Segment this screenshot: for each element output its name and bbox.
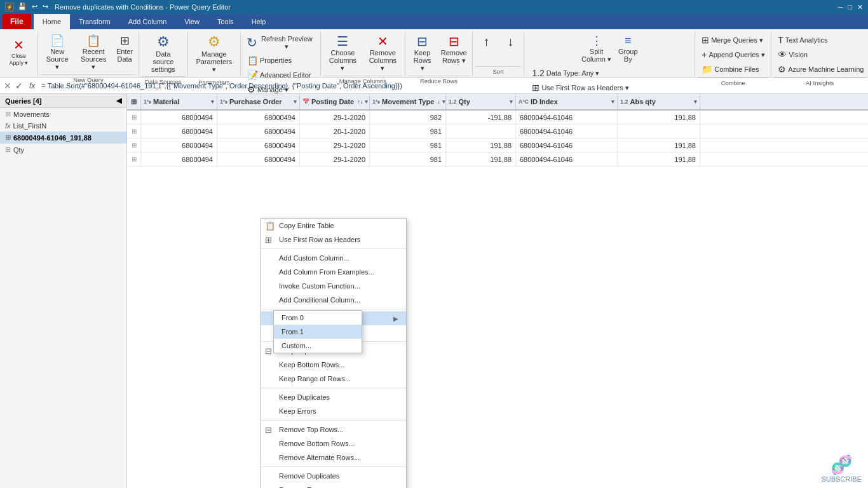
filter-btn-movement-type[interactable]: ▾ — [442, 98, 445, 105]
data-type-btn[interactable]: 1.2 Data Type: Any ▾ — [528, 66, 692, 80]
col-header-qty[interactable]: 1.2 Qty ▾ — [446, 94, 516, 109]
tab-transform[interactable]: Transform — [70, 14, 119, 29]
advanced-editor-btn[interactable]: 📝 Advanced Editor — [243, 68, 315, 82]
title-bar-icons: ⚡ 💾 ↩ ↪ — [5, 3, 50, 11]
menu-item-add-conditional-column[interactable]: Add Conditional Column... — [261, 293, 406, 307]
new-source-btn[interactable]: 📄 NewSource ▾ — [41, 33, 74, 73]
menu-item-invoke-custom-function[interactable]: Invoke Custom Function... — [261, 279, 406, 293]
menu-item-remove-bottom-rows[interactable]: Remove Bottom Rows... — [261, 437, 406, 451]
keep-rows-btn[interactable]: ⊟ KeepRows ▾ — [408, 33, 437, 74]
sort-desc-btn[interactable]: ↓ — [499, 33, 522, 51]
filter-btn-qty[interactable]: ▾ — [510, 98, 513, 105]
qty-icon: ⊞ — [5, 146, 11, 154]
text-analytics-btn[interactable]: T Text Analytics — [774, 33, 831, 47]
menu-item-use-first-row[interactable]: ⊞ Use First Row as Headers — [261, 233, 406, 247]
maximize-btn[interactable]: □ — [848, 3, 852, 11]
formula-input[interactable] — [41, 82, 864, 90]
menu-item-keep-errors[interactable]: Keep Errors — [261, 404, 406, 418]
menu-item-remove-alternate-rows[interactable]: Remove Alternate Rows... — [261, 451, 406, 464]
filter-btn-purchase-order[interactable]: ▾ — [294, 98, 297, 105]
menu-item-add-column-examples[interactable]: Add Column From Examples... — [261, 265, 406, 279]
cell-purchase-order-2: 68000494 — [217, 139, 300, 152]
title-bar: ⚡ 💾 ↩ ↪ Remove duplicates with Condition… — [0, 0, 868, 14]
ribbon-group-transform: ⋮ SplitColumn ▾ ≡ GroupBy 1.2 Data Type:… — [524, 32, 695, 76]
remove-columns-btn[interactable]: ✕ RemoveColumns ▾ — [363, 33, 402, 74]
col-header-purchase-order[interactable]: 1²₃ Purchase Order ▾ — [217, 94, 300, 109]
advanced-editor-label: Advanced Editor — [260, 71, 311, 79]
filter-btn-posting-date[interactable]: ▾ — [365, 98, 368, 105]
save-icon[interactable]: 💾 — [18, 3, 27, 11]
table-row[interactable]: ⊞ 68000494 68000494 20-1-2020 981 680004… — [127, 125, 868, 139]
cell-abs-qty-0: 191,88 — [618, 111, 700, 124]
table-row[interactable]: ⊞ 68000494 68000494 29-1-2020 981 191,88… — [127, 152, 868, 166]
tab-file[interactable]: File — [3, 14, 31, 29]
undo-icon[interactable]: ↩ — [32, 3, 37, 11]
col-header-movement-type[interactable]: 1²₃ Movement Type ↓ ▾ — [370, 94, 446, 109]
filter-btn-abs-qty[interactable]: ▾ — [694, 98, 697, 105]
type-icon-abs-qty: 1.2 — [620, 98, 628, 105]
submenu-item-from-1[interactable]: From 1 — [274, 325, 362, 339]
cell-movement-type-3: 981 — [370, 152, 446, 166]
remove-rows-btn[interactable]: ⊟ RemoveRows ▾ — [438, 33, 470, 67]
tab-add-column[interactable]: Add Column — [119, 14, 176, 29]
col-header-posting-date[interactable]: 📅 Posting Date ↑↓ ▾ — [300, 94, 370, 109]
minimize-btn[interactable]: ─ — [838, 3, 843, 11]
sidebar-item-main-query[interactable]: ⊞ 68000494-61046_191,88 — [0, 132, 126, 144]
col-header-material-name[interactable]: 1²₃ Material ▾ — [141, 94, 217, 109]
sort-asc-btn[interactable]: ↑ — [475, 33, 498, 51]
recent-sources-btn[interactable]: 📋 RecentSources ▾ — [75, 33, 112, 73]
sidebar-item-qty[interactable]: ⊞ Qty — [0, 144, 126, 156]
remove-top-rows-icon: ⊟ — [265, 425, 272, 435]
formula-cancel-btn[interactable]: ✕ — [4, 81, 11, 91]
type-icon-qty: 1.2 — [449, 98, 457, 105]
filter-btn-id-index[interactable]: ▾ — [611, 98, 614, 105]
merge-queries-btn[interactable]: ⊞ Merge Queries ▾ — [698, 33, 767, 47]
vision-btn[interactable]: 👁 Vision — [774, 48, 811, 62]
menu-item-copy-table[interactable]: 📋 Copy Entire Table — [261, 219, 406, 233]
properties-icon: 📋 — [247, 55, 258, 65]
menu-item-remove-duplicates[interactable]: Remove Duplicates — [261, 469, 406, 483]
properties-btn[interactable]: 📋 Properties — [243, 53, 295, 67]
data-source-settings-btn[interactable]: ⚙ Data sourcesettings — [142, 33, 185, 75]
tab-home[interactable]: Home — [34, 14, 70, 29]
sidebar-item-movements[interactable]: ⊞ Movements — [0, 108, 126, 120]
menu-item-add-custom-column[interactable]: Add Custom Column... — [261, 251, 406, 265]
menu-item-remove-top-rows[interactable]: ⊟ Remove Top Rows... — [261, 423, 406, 437]
from-0-label: From 0 — [281, 314, 304, 322]
cell-abs-qty-2: 191,88 — [618, 139, 700, 152]
remove-rows-icon: ⊟ — [449, 35, 459, 48]
menu-item-remove-errors[interactable]: Remove Errors — [261, 483, 406, 488]
enter-data-btn[interactable]: ⊞ EnterData — [113, 33, 136, 65]
sidebar-collapse-btn[interactable]: ◀ — [116, 97, 121, 105]
main-query-label: 68000494-61046_191,88 — [13, 134, 92, 142]
redo-icon[interactable]: ↪ — [43, 3, 48, 11]
table-row[interactable]: ⊞ 68000494 68000494 29-1-2020 982 -191,8… — [127, 111, 868, 125]
refresh-preview-btn[interactable]: ↻ Refresh Preview ▾ — [243, 33, 318, 53]
col-header-material[interactable]: ⊞ — [127, 94, 141, 109]
menu-item-keep-duplicates[interactable]: Keep Duplicates — [261, 390, 406, 404]
group-by-btn[interactable]: ≡ GroupBy — [615, 33, 641, 65]
choose-columns-btn[interactable]: ☰ ChooseColumns ▾ — [323, 33, 362, 74]
close-apply-btn[interactable]: ✕ CloseApply ▾ — [5, 37, 33, 69]
split-column-btn[interactable]: ⋮ SplitColumn ▾ — [578, 33, 614, 65]
menu-item-keep-bottom-rows[interactable]: Keep Bottom Rows... — [261, 358, 406, 372]
tab-tools[interactable]: Tools — [208, 14, 243, 29]
append-queries-btn[interactable]: + Append Queries ▾ — [698, 48, 769, 62]
cell-material-3: 68000494 — [141, 152, 217, 166]
col-header-id-index[interactable]: A¹C ID Index ▾ — [516, 94, 618, 109]
formula-confirm-btn[interactable]: ✓ — [15, 81, 23, 91]
close-btn[interactable]: ✕ — [857, 3, 863, 11]
table-row[interactable]: ⊞ 68000494 68000494 29-1-2020 981 191,88… — [127, 139, 868, 152]
tab-help[interactable]: Help — [243, 14, 275, 29]
combine-files-btn[interactable]: 📁 Combine Files — [698, 62, 763, 76]
submenu-item-custom[interactable]: Custom... — [274, 339, 362, 353]
menu-item-keep-range-rows[interactable]: Keep Range of Rows... — [261, 372, 406, 386]
submenu-item-from-0[interactable]: From 0 — [274, 311, 362, 325]
manage-parameters-btn[interactable]: ⚙ ManageParameters ▾ — [191, 33, 238, 76]
text-analytics-icon: T — [778, 35, 783, 45]
filter-btn-material[interactable]: ▾ — [211, 98, 214, 105]
tab-view[interactable]: View — [175, 14, 208, 29]
col-header-abs-qty[interactable]: 1.2 Abs qty ▾ — [618, 94, 700, 109]
sidebar-item-list-firstn[interactable]: fx List_FirstN — [0, 120, 126, 132]
azure-ml-btn[interactable]: ⚙ Azure Machine Learning — [774, 62, 867, 76]
